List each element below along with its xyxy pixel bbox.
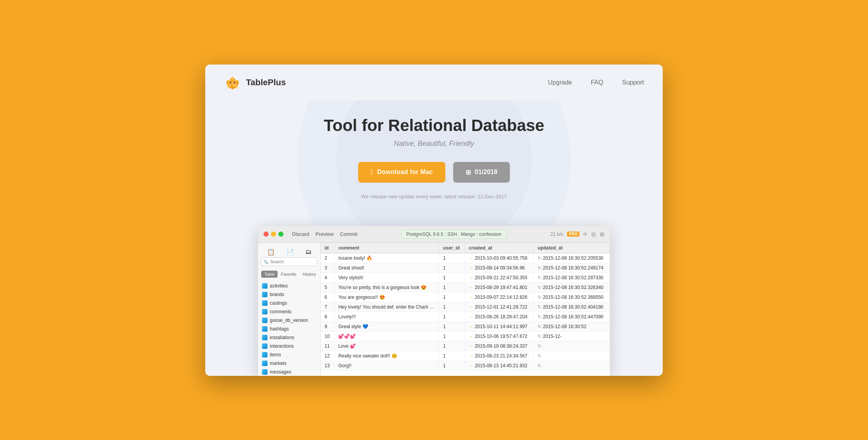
nav-support[interactable]: Support: [622, 79, 644, 86]
cell-user-id: 1: [439, 331, 465, 341]
table-row[interactable]: 2Insane body! 🔥1→ 2015-10-03 09:40:55.75…: [321, 253, 610, 263]
close-button[interactable]: [264, 232, 269, 237]
table-row[interactable]: 9Great style 💙1→ 2015-10-11 14:44:11.997…: [321, 321, 610, 331]
cell-updated-at: ↻ 2015-12-08 16:30:52.287330: [534, 273, 610, 282]
sidebar: 📋 📄 🗂 🔍 Table Favorite History activitie…: [258, 243, 321, 376]
sidebar-search[interactable]: 🔍: [261, 257, 317, 266]
sidebar-item[interactable]: comments: [258, 307, 320, 316]
nav-upgrade[interactable]: Upgrade: [548, 79, 572, 86]
cell-id: 10: [321, 331, 334, 341]
cell-updated-at: ↻ 2015-12-08 16:30:52.326340: [534, 282, 610, 292]
query-icon[interactable]: 📄: [286, 248, 294, 256]
cell-user-id: 1: [439, 292, 465, 302]
cell-id: 13: [321, 361, 334, 370]
cell-user-id: 1: [439, 351, 465, 361]
refresh-icon[interactable]: ⟳: [583, 232, 587, 237]
table-row[interactable]: 11Love 💕1→ 2015-09-19 08:38:24.337↻: [321, 341, 610, 351]
cell-id: 3: [321, 263, 334, 273]
cell-comment: Gorg!!: [334, 361, 439, 370]
cell-user-id: 1: [439, 312, 465, 321]
sidebar-item[interactable]: installations: [258, 333, 320, 342]
svg-point-4: [226, 80, 230, 85]
sidebar-item[interactable]: activities: [258, 282, 320, 290]
cell-id: 7: [321, 302, 334, 312]
sidebar-item[interactable]: castings: [258, 299, 320, 307]
cell-id: 8: [321, 312, 334, 321]
pro-badge: PRO: [567, 232, 579, 237]
window-titlebar: Discard Preview Commit PostgreSQL 9.6.5 …: [258, 226, 610, 243]
cell-comment: You're so pretty, this is a gorgeous loo…: [334, 282, 439, 292]
download-windows-button[interactable]: ⊞ 01/2018: [453, 162, 510, 183]
table-row[interactable]: 5You're so pretty, this is a gorgeous lo…: [321, 282, 610, 292]
table-header: idcommentuser_idcreated_atupdated_at: [321, 243, 610, 253]
cell-created-at: → 2015-08-29 19:47:41.801: [464, 282, 533, 292]
cell-updated-at: ↻: [534, 341, 610, 351]
tab-favorite[interactable]: Favorite: [278, 271, 299, 278]
cell-created-at: → 2015-08-23 21:24:34.567: [464, 351, 533, 361]
table-row[interactable]: 12Really nice sweater doll!! 😊1→ 2015-08…: [321, 351, 610, 361]
sidebar-item[interactable]: items: [258, 350, 320, 359]
svg-point-3: [234, 82, 235, 83]
table-icon: [262, 352, 267, 357]
cell-created-at: → 2015-09-07 22:14:12.826: [464, 292, 533, 302]
commit-button[interactable]: Commit: [340, 231, 357, 237]
cell-comment: Love 💕: [334, 341, 439, 351]
table-row[interactable]: 3Great shoot!1→ 2015-08-14 09:34:56.96↻ …: [321, 263, 610, 273]
cell-updated-at: ↻ 2015-12-08 16:30:52: [534, 321, 610, 331]
svg-point-2: [230, 82, 231, 83]
table-row[interactable]: 10💕💞💕1→ 2015-10-06 19:57:47.672↻ 2015-12…: [321, 331, 610, 341]
cell-user-id: 1: [439, 321, 465, 331]
search-icon: 🔍: [264, 259, 268, 264]
sidebar-item[interactable]: brands: [258, 290, 320, 299]
btn-windows-label: 01/2018: [475, 169, 497, 176]
maximize-button[interactable]: [278, 232, 283, 237]
sidebar-item[interactable]: goose_db_version: [258, 316, 320, 325]
preview-button[interactable]: Preview: [316, 231, 334, 237]
table-row[interactable]: 4Very stylish!1→ 2015-09-21 22:47:50.355…: [321, 273, 610, 282]
sidebar-item-label: markets: [270, 361, 287, 366]
search-input[interactable]: [261, 257, 317, 266]
cell-comment: Hey lovely! You should def. enter the Ch…: [334, 302, 439, 312]
windows-icon: ⊞: [466, 169, 471, 176]
sidebar-item[interactable]: messages: [258, 368, 320, 376]
table-icon: [262, 343, 267, 349]
cell-created-at: → 2015-08-14 09:34:56.96: [464, 263, 533, 273]
structure-icon[interactable]: 🗂: [305, 248, 312, 256]
table-row[interactable]: 7Hey lovely! You should def. enter the C…: [321, 302, 610, 312]
sidebar-item-label: items: [270, 352, 281, 357]
tables-icon[interactable]: 📋: [267, 248, 275, 256]
minimize-button[interactable]: [271, 232, 276, 237]
cell-updated-at: ↻: [534, 361, 610, 370]
cell-comment: Really nice sweater doll!! 😊: [334, 351, 439, 361]
nav-faq[interactable]: FAQ: [591, 79, 603, 86]
cell-comment: Great shoot!: [334, 263, 439, 273]
app-window: Discard Preview Commit PostgreSQL 9.6.5 …: [258, 226, 610, 376]
sidebar-tabs: Table Favorite History: [258, 269, 320, 279]
tab-table[interactable]: Table: [261, 271, 278, 278]
download-mac-button[interactable]:  Download for Mac: [358, 162, 445, 183]
cell-created-at: → 2015-10-06 19:57:47.672: [464, 331, 533, 341]
cell-updated-at: ↻ 2015-12-08 16:30:52.447090: [534, 312, 610, 321]
btn-mac-label: Download for Mac: [377, 169, 433, 176]
logo-text: TablePlus: [246, 77, 286, 88]
column-header-user_id: user_id: [439, 243, 465, 253]
sidebar-item[interactable]: interactions: [258, 342, 320, 350]
cell-user-id: 1: [439, 302, 465, 312]
table-icon: [262, 300, 267, 306]
table-icon: [262, 335, 267, 340]
cell-id: 2: [321, 253, 334, 263]
table-row[interactable]: 6You are gorgeous!! 😍1→ 2015-09-07 22:14…: [321, 292, 610, 302]
sidebar-item[interactable]: markets: [258, 359, 320, 368]
table-icon: [262, 292, 267, 297]
svg-point-5: [236, 80, 239, 85]
cell-id: 12: [321, 351, 334, 361]
sidebar-toggle-icon[interactable]: ⊟: [591, 231, 596, 237]
table-row[interactable]: 8Lovely!!!1→ 2015-08-26 18:28:47.204↻ 20…: [321, 312, 610, 321]
layout-icon[interactable]: ⊞: [600, 231, 604, 237]
tab-history[interactable]: History: [299, 271, 319, 278]
table-row[interactable]: 13Gorg!!1→ 2015-08-13 14:45:21.932↻: [321, 361, 610, 370]
discard-button[interactable]: Discard: [292, 231, 309, 237]
sidebar-item-label: installations: [270, 335, 294, 340]
speed-indicator: 21 b/s: [551, 232, 563, 237]
sidebar-item[interactable]: hashtags: [258, 325, 320, 333]
